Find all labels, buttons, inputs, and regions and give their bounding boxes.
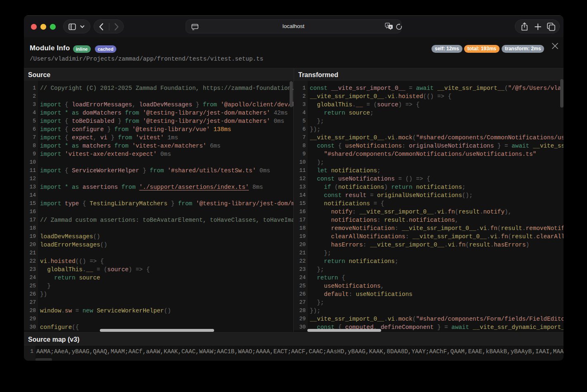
svg-text:x: x: [389, 25, 391, 29]
